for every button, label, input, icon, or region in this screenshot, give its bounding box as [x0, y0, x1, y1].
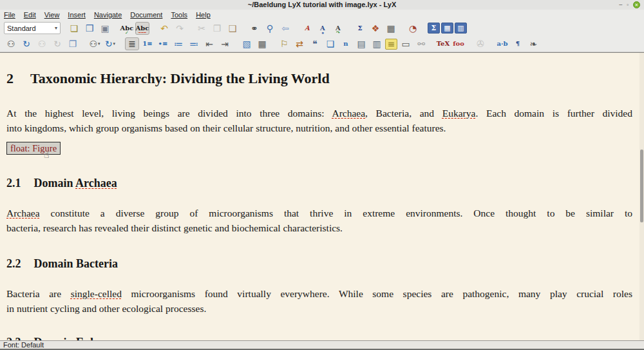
special-character-button[interactable]: a·b: [495, 37, 509, 50]
find-replace-button[interactable]: ⚭: [247, 22, 261, 35]
paste-button[interactable]: ❑: [225, 22, 240, 35]
paragraph-style-selector[interactable]: Standard ▾: [4, 22, 61, 34]
undo-icon: ↶: [160, 24, 168, 33]
insert-graphics-icon: ❖: [372, 24, 380, 33]
insert-figure-button[interactable]: ▧: [240, 37, 254, 50]
subsection-heading-bacteria: 2.2Domain Bacteria: [6, 256, 632, 271]
cut-icon: ✂: [198, 24, 205, 33]
navigate-back-button[interactable]: ⇦: [278, 22, 292, 35]
description-button[interactable]: ≔: [171, 37, 185, 50]
sub-glyph: ~~~: [138, 30, 146, 35]
update-other-formats-icon: ↻: [105, 39, 113, 48]
update-other-formats-button[interactable]: ↻▾: [103, 37, 117, 50]
update-output-button[interactable]: ↻: [19, 37, 33, 50]
float-figure-inset[interactable]: float: Figure: [6, 142, 61, 155]
itemize-button[interactable]: •≡: [156, 37, 170, 50]
document-canvas[interactable]: 2Taxonomic Hierarchy: Dividing the Livin…: [0, 52, 644, 340]
table-toolbar-toggle[interactable]: ▦: [441, 23, 453, 34]
insert-table-grid-button[interactable]: ▦: [255, 37, 269, 50]
labeling-button[interactable]: ≕: [187, 37, 201, 50]
update-master-button[interactable]: ↻: [50, 37, 64, 50]
statusbar: Font: Default: [0, 340, 644, 350]
justify-button[interactable]: ≣: [125, 37, 139, 50]
navigate-back-icon: ⇦: [281, 24, 289, 33]
menu-navigate[interactable]: Navigate: [94, 11, 122, 19]
insert-hyperlink-button[interactable]: ⚯: [414, 37, 428, 50]
menu-help[interactable]: Help: [196, 11, 211, 19]
menubar: FileEditViewInsertNavigateDocumentToolsH…: [0, 10, 644, 20]
subsection-title: Domain Eukarya: [34, 336, 120, 340]
copy-button[interactable]: ❐: [210, 22, 224, 35]
menu-file[interactable]: File: [4, 11, 15, 19]
maximize-button[interactable]: ▫: [627, 1, 629, 9]
paragraph-bacteria[interactable]: Bacteria are single-celled microorganism…: [6, 286, 632, 316]
noun-button[interactable]: A●: [316, 22, 330, 35]
insert-box-icon: ▭: [401, 39, 410, 48]
open-document-button[interactable]: ❒: [82, 22, 97, 35]
status-text: Font: Default: [3, 341, 44, 349]
sub-glyph: ✓: [125, 30, 129, 35]
subsection-number: 2.3: [6, 336, 21, 340]
continuous-spellcheck-button[interactable]: Abc~~~: [135, 22, 149, 35]
text-line: At the highest level, living beings are …: [6, 106, 632, 121]
insert-graphics-button[interactable]: ❖: [368, 22, 383, 35]
review-toolbar-toggle[interactable]: ▥: [455, 23, 467, 34]
insert-math-button[interactable]: Σ: [353, 22, 367, 35]
view-output-button[interactable]: ⚇: [4, 37, 18, 50]
view-master-button[interactable]: ⚇: [35, 37, 49, 50]
math-toolbar-icon: Σ: [431, 24, 437, 32]
enumerate-button[interactable]: 1≡: [140, 37, 155, 50]
thesaurus-button[interactable]: ❧: [526, 37, 540, 50]
scrollbar-thumb[interactable]: [640, 150, 643, 222]
insert-hyperlink-icon: ⚯: [417, 39, 425, 48]
increase-depth-button[interactable]: ⇥: [218, 37, 232, 50]
insert-footnote-button[interactable]: ▤: [354, 37, 368, 50]
text-line: Bacteria are single-celled microorganism…: [6, 286, 632, 301]
view-other-formats-button[interactable]: ⚇▾: [88, 37, 102, 50]
insert-nomenclature-button[interactable]: n: [339, 37, 353, 50]
paragraph-archaea[interactable]: Archaea constitute a diverse group of mi…: [6, 206, 632, 235]
toolbar-main: Standard ▾ ❏❒▣Abc✓Abc~~~↶↷✂❐❑⚭⚲⇦AA●A↷Σ❖▦…: [0, 20, 644, 36]
paragraph-settings-button[interactable]: ¶: [511, 37, 525, 50]
insert-tex-button[interactable]: TeX: [436, 37, 450, 50]
text-line: in nutrient cycling and other ecological…: [6, 301, 632, 316]
increase-depth-icon: ⇥: [221, 39, 229, 48]
apply-style-button[interactable]: A↷: [331, 22, 345, 35]
scrollbar[interactable]: [639, 53, 644, 340]
minimize-button[interactable]: –: [619, 1, 622, 9]
redo-button[interactable]: ↷: [173, 22, 187, 35]
math-toolbar-toggle[interactable]: Σ: [428, 23, 440, 34]
menu-edit[interactable]: Edit: [24, 11, 36, 19]
emphasis-button[interactable]: A: [300, 22, 314, 35]
insert-marginal-note-button[interactable]: ▥: [370, 37, 384, 50]
forward-search-button[interactable]: ❐: [66, 37, 80, 50]
include-file-button[interactable]: ✇: [473, 37, 488, 50]
insert-note-button[interactable]: ≡: [385, 39, 397, 50]
cut-button[interactable]: ✂: [194, 22, 209, 35]
menu-document[interactable]: Document: [130, 11, 162, 19]
menu-insert[interactable]: Insert: [68, 11, 86, 19]
undo-button[interactable]: ↶: [157, 22, 171, 35]
paragraph-intro[interactable]: At the highest level, living beings are …: [6, 106, 632, 135]
menu-tools[interactable]: Tools: [171, 11, 187, 19]
titlebar[interactable]: ~/Baeldung LyX tutorial with image.lyx -…: [0, 0, 644, 10]
insert-table-button[interactable]: ▦: [384, 22, 398, 35]
subsection-title: Domain Bacteria: [34, 257, 118, 270]
save-document-button[interactable]: ▣: [98, 22, 112, 35]
menu-view[interactable]: View: [44, 11, 60, 19]
insert-citation-button[interactable]: ❝: [308, 37, 322, 50]
math-macro-button[interactable]: foo: [451, 37, 466, 50]
save-document-icon: ▣: [100, 24, 109, 33]
insert-cross-reference-button[interactable]: ⇄: [292, 37, 307, 50]
text-line: Archaea constitute a diverse group of mi…: [6, 206, 632, 220]
insert-box-button[interactable]: ▭: [399, 37, 413, 50]
spellcheck-button[interactable]: Abc✓: [120, 22, 134, 35]
zoom-button[interactable]: ⚲: [263, 22, 277, 35]
insert-label-button[interactable]: ⚐: [277, 37, 291, 50]
close-button[interactable]: ✕: [633, 1, 640, 8]
insert-index-button[interactable]: ❏: [323, 37, 337, 50]
outline-toggle-button[interactable]: ◔: [406, 22, 420, 35]
decrease-depth-button[interactable]: ⇤: [202, 37, 216, 50]
new-document-button[interactable]: ❏: [67, 22, 81, 35]
window-title: ~/Baeldung LyX tutorial with image.lyx -…: [0, 0, 644, 10]
